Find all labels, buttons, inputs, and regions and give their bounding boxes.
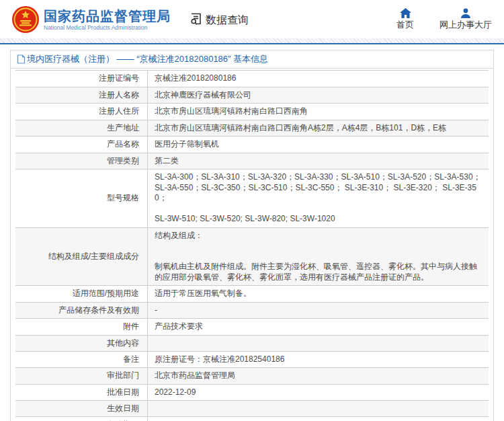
field-label: 生效日期 <box>15 401 147 416</box>
field-label: 有效期至 <box>15 417 147 421</box>
field-label-text: 其他内容 <box>107 338 139 348</box>
field-label-text: 注册人住所 <box>99 106 139 116</box>
site-subtitle: National Medical Products Administration <box>44 24 171 32</box>
field-value: 北京市房山区琉璃河镇路村南白路口西南角A栋2层，A栋4层，B栋101，D栋，E栋 <box>147 120 489 137</box>
field-value: 2022-12-09 <box>147 385 489 401</box>
field-value-text: - <box>155 305 157 316</box>
table-row: 产品名称 医用分子筛制氧机 <box>15 137 489 153</box>
field-value-text: 北京神鹿医疗器械有限公司 <box>155 90 251 101</box>
accent-divider-line <box>0 43 504 44</box>
field-label-text: 审批部门 <box>107 371 139 381</box>
field-value: 结构及组成： 制氧机由主机及附件组成。附件主要为湿化杯、吸氧管、遥控器、雾化杯。… <box>147 228 489 286</box>
field-label-text: 生效日期 <box>107 404 139 414</box>
field-value <box>147 401 489 416</box>
table-row: 批准日期 2022-12-09 <box>15 385 489 401</box>
document-icon <box>17 54 26 64</box>
field-value-text: 第二类 <box>155 156 179 167</box>
data-query-menu[interactable]: 数据查询 <box>190 12 249 28</box>
info-table: 注册证编号 京械注准20182080186 注册人名称 北京神鹿医疗器械有限公司 <box>15 70 489 421</box>
hatch-texture-band <box>0 38 504 43</box>
table-row: 适用范围/预期用途 适用于常压医用氧气制备。 <box>15 286 489 303</box>
data-query-label: 数据查询 <box>206 13 249 28</box>
field-label: 备注 <box>15 352 147 367</box>
field-value-text: 原注册证号：京械注准20182540186 <box>155 354 284 365</box>
table-row: 附件 产品技术要求 <box>15 319 489 336</box>
field-value-text: 京械注准20182080186 <box>155 73 236 84</box>
page-header: 国家药品监督管理局 National Medical Products Admi… <box>0 0 504 38</box>
field-label-text: 管理类别 <box>107 156 139 166</box>
field-value-text: 适用于常压医用氧气制备。 <box>155 289 251 299</box>
table-row: 型号规格 SL-3A-300；SL-3A-310；SL-3A-320；SL-3A… <box>15 169 489 228</box>
panel-titlebar: 境内医疗器械（注册） —— “京械注准20182080186” 基本信息 <box>11 50 493 69</box>
field-value-text: 2022-12-09 <box>155 387 196 398</box>
table-row: 产品储存条件及有效期 - <box>15 303 489 319</box>
page-title: 境内医疗器械（注册） —— “京械注准20182080186” 基本信息 <box>27 53 268 65</box>
field-label-text: 生产地址 <box>107 123 139 133</box>
field-label-text: 注册人名称 <box>99 90 139 100</box>
field-label: 批准日期 <box>15 385 147 400</box>
field-label: 产品储存条件及有效期 <box>15 303 147 318</box>
site-title: 国家药品监督管理局 <box>44 8 171 24</box>
table-row: 审批部门 北京市药品监督管理局 <box>15 368 489 385</box>
field-label-text: 结构及组成/主要组成成分 <box>48 252 139 262</box>
field-label: 管理类别 <box>15 153 147 169</box>
nav-home[interactable]: 首页 <box>396 8 414 30</box>
field-value: 北京神鹿医疗器械有限公司 <box>147 87 489 104</box>
national-emblem-icon <box>11 5 40 34</box>
nav-service-hall-label: 网上办事大厅 <box>439 20 492 30</box>
field-label: 注册人住所 <box>15 104 147 119</box>
table-row: 备注 原注册证号：京械注准20182540186 <box>15 352 489 369</box>
table-row: 管理类别 第二类 <box>15 153 489 170</box>
detail-panel: 境内医疗器械（注册） —— “京械注准20182080186” 基本信息 注册证… <box>10 50 494 421</box>
field-value: SL-3A-300；SL-3A-310；SL-3A-320；SL-3A-330；… <box>147 169 489 227</box>
field-label: 结构及组成/主要组成成分 <box>15 249 147 264</box>
field-value: 第二类 <box>147 153 489 169</box>
field-value: - <box>147 303 489 319</box>
field-label: 注册人名称 <box>15 87 147 103</box>
field-value: 北京市药品监督管理局 <box>147 368 489 384</box>
field-label-text: 备注 <box>123 354 139 365</box>
field-label-text: 型号规格 <box>107 193 139 203</box>
field-value: 北京市房山区琉璃河镇路村南白路口西南角 <box>147 104 489 120</box>
field-value: 适用于常压医用氧气制备。 <box>147 286 489 302</box>
field-label-text: 产品名称 <box>107 139 139 149</box>
nav-home-label: 首页 <box>396 20 414 30</box>
table-row: 注册人名称 北京神鹿医疗器械有限公司 <box>15 87 489 104</box>
table-row: 注册证编号 京械注准20182080186 <box>15 71 489 87</box>
table-row: 有效期至 2028-05-02 <box>15 417 489 421</box>
field-label: 注册证编号 <box>15 71 147 86</box>
user-icon <box>460 8 471 18</box>
field-label: 审批部门 <box>15 368 147 383</box>
nmpa-logo[interactable]: 国家药品监督管理局 National Medical Products Admi… <box>11 5 171 34</box>
table-row: 注册人住所 北京市房山区琉璃河镇路村南白路口西南角 <box>15 104 489 120</box>
field-value: 2028-05-02 <box>147 417 489 421</box>
field-value <box>147 336 489 351</box>
field-value-text: 产品技术要求 <box>155 321 203 332</box>
field-label: 生产地址 <box>15 120 147 136</box>
field-label: 其他内容 <box>15 336 147 351</box>
table-row: 生产地址 北京市房山区琉璃河镇路村南白路口西南角A栋2层，A栋4层，B栋101，… <box>15 120 489 137</box>
field-label-text: 注册证编号 <box>99 73 139 83</box>
field-label-text: 批准日期 <box>107 387 139 397</box>
field-label: 产品名称 <box>15 137 147 152</box>
field-label-text: 适用范围/预期用途 <box>73 289 139 299</box>
table-row: 其他内容 <box>15 336 489 352</box>
field-label: 适用范围/预期用途 <box>15 286 147 301</box>
field-value: 京械注准20182080186 <box>147 71 489 87</box>
field-label-text: 附件 <box>123 321 139 332</box>
home-icon <box>400 8 411 18</box>
field-value-text: 结构及组成： 制氧机由主机及附件组成。附件主要为湿化杯、吸氧管、遥控器、雾化杯。… <box>155 231 483 283</box>
field-value-text: 北京市药品监督管理局 <box>155 371 235 381</box>
field-value-text: 北京市房山区琉璃河镇路村南白路口西南角 <box>155 106 308 117</box>
field-label: 附件 <box>15 319 147 334</box>
field-value: 医用分子筛制氧机 <box>147 137 489 153</box>
table-row: 生效日期 <box>15 401 489 417</box>
field-label-text: 产品储存条件及有效期 <box>58 305 139 315</box>
top-nav: 首页 网上办事大厅 <box>396 8 497 30</box>
field-value-text: SL-3A-300；SL-3A-310；SL-3A-320；SL-3A-330；… <box>155 172 483 225</box>
field-label: 型号规格 <box>15 190 147 206</box>
field-value-text: 医用分子筛制氧机 <box>155 139 219 150</box>
field-value: 原注册证号：京械注准20182540186 <box>147 352 489 368</box>
nav-service-hall[interactable]: 网上办事大厅 <box>439 8 492 30</box>
data-query-icon <box>190 12 206 28</box>
